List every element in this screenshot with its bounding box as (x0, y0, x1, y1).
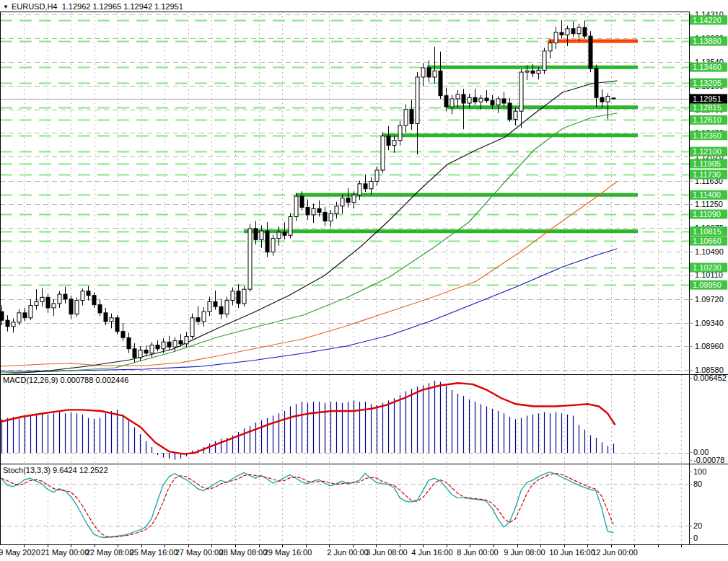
candles (0, 20, 615, 363)
candle (266, 222, 269, 257)
candle (260, 226, 263, 248)
candle (81, 288, 84, 305)
candle (69, 296, 73, 319)
svg-text:1.10230: 1.10230 (693, 263, 722, 272)
candle (537, 67, 540, 79)
time-axis-label: 29 May 16:00 (264, 548, 312, 557)
svg-text:1.12360: 1.12360 (693, 131, 722, 140)
ma-mid-green (0, 113, 617, 373)
candle (289, 213, 292, 238)
candle (502, 92, 506, 107)
moving-averages (0, 81, 617, 374)
stoch-scale-label: 20 (693, 521, 702, 530)
candle (404, 105, 408, 133)
chart-canvas[interactable]: 1.143101.139301.135401.131601.127801.124… (0, 0, 728, 561)
svg-text:1.13460: 1.13460 (693, 63, 722, 71)
candle (427, 61, 431, 82)
candle (543, 48, 546, 74)
price-tick-label: 1.08960 (695, 342, 724, 350)
candle (583, 21, 587, 39)
candle (416, 72, 419, 154)
svg-text:1.12951: 1.12951 (693, 94, 722, 103)
ohlc-values: 1.12962 1.12965 1.12942 1.12951 (62, 2, 183, 11)
candle (190, 314, 194, 339)
candle (439, 52, 442, 99)
candle (589, 31, 592, 72)
price-tick-label: 1.09340 (695, 319, 724, 327)
candle (231, 288, 234, 306)
candle (52, 299, 56, 316)
candle (595, 65, 598, 107)
symbol-label: EURUSD,H4 (12, 2, 58, 11)
candle (271, 234, 275, 255)
symbol-dropdown-icon[interactable]: ▼ (3, 4, 9, 10)
ohlc-header: ▼EURUSD,H4 1.12962 1.12965 1.12942 1.129… (3, 2, 183, 11)
candle (104, 308, 108, 325)
svg-text:1.09950: 1.09950 (693, 280, 722, 289)
svg-text:1.11905: 1.11905 (693, 159, 721, 168)
candle (214, 291, 217, 310)
svg-text:1.11400: 1.11400 (693, 190, 721, 199)
svg-text:1.12815: 1.12815 (693, 103, 722, 112)
svg-text:1.13880: 1.13880 (693, 37, 722, 45)
candle (358, 181, 361, 200)
svg-text:1.12100: 1.12100 (693, 147, 722, 156)
time-axis-label: 25 May 16:00 (130, 548, 178, 557)
time-axis-label: 9 Jun 08:00 (504, 548, 545, 557)
stoch-scale-label: 0 (693, 534, 698, 542)
candle (560, 20, 563, 39)
candle (398, 121, 402, 146)
time-axis-label: 22 May 08:00 (86, 548, 134, 557)
candle (508, 98, 512, 122)
time-axis-label: 12 Jun 00:00 (592, 548, 638, 557)
candle (433, 47, 437, 84)
candle (323, 207, 327, 226)
price-scale[interactable]: 1.143101.139301.135401.131601.127801.124… (689, 10, 727, 542)
macd-scale-label: 0.006452 (693, 374, 727, 382)
svg-text:1.12610: 1.12610 (693, 115, 722, 124)
time-axis[interactable]: 19 May 202021 May 00:0022 May 08:0025 Ma… (0, 544, 682, 557)
candle (185, 332, 188, 348)
candle (519, 69, 523, 128)
ma-slowest-blue (0, 249, 617, 371)
candle (341, 195, 344, 214)
macd-scale-label: -0.00078 (693, 456, 724, 464)
candle (17, 309, 21, 325)
candle (87, 286, 90, 301)
time-axis-label: 8 Jun 00:00 (457, 548, 499, 557)
candle (554, 27, 558, 49)
candle (121, 323, 125, 340)
candle (237, 284, 240, 308)
macd-histogram (2, 381, 614, 460)
candle (127, 332, 131, 353)
candle (485, 90, 488, 103)
stoch-signal-line (1, 474, 613, 537)
candle (150, 342, 154, 358)
trading-chart-window: 1.143101.139301.135401.131601.127801.124… (0, 0, 728, 561)
stoch-indicator-label: Stoch(13,3,3) 9.6424 12.2522 (3, 466, 108, 474)
candle (410, 100, 413, 130)
macd-indicator-label: MACD(12,26,9) 0.000788 0.002446 (3, 376, 128, 384)
candle (12, 319, 15, 333)
price-tick-label: 1.10490 (695, 247, 724, 256)
price-tick-label: 1.11250 (695, 200, 723, 208)
candle (375, 167, 379, 186)
ma-fast-black (0, 81, 617, 374)
candle (312, 203, 315, 223)
candle (571, 21, 575, 37)
svg-text:1.13205: 1.13205 (693, 79, 722, 87)
candle (421, 63, 425, 87)
price-tick-label: 1.09720 (695, 295, 724, 304)
candle (381, 132, 385, 173)
candle (29, 299, 32, 320)
candle (40, 288, 44, 306)
stoch-scale-label: 80 (693, 480, 702, 488)
candle (473, 89, 477, 105)
candle (600, 89, 604, 108)
candle (156, 340, 159, 351)
candle (369, 177, 373, 195)
candle (75, 297, 79, 317)
candle (242, 286, 246, 306)
candle (462, 89, 465, 129)
stoch-scale-label: 100 (693, 467, 706, 476)
